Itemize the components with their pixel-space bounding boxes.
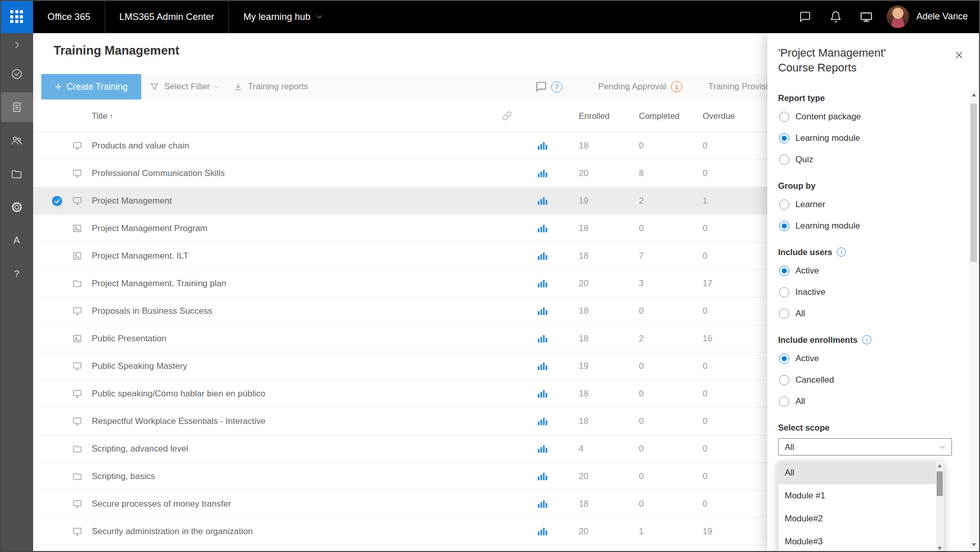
training-title-link[interactable]: Scripting, advanced level	[92, 444, 188, 454]
overdue-count: 0	[703, 499, 707, 509]
training-plan-icon	[72, 278, 83, 289]
radio-option[interactable]: Content package	[778, 106, 951, 128]
training-title-link[interactable]: Professional Communication Skills	[92, 168, 225, 179]
feedback-button[interactable]	[851, 0, 882, 33]
report-chart-icon[interactable]	[537, 168, 548, 179]
enrolled-count: 4	[579, 444, 583, 454]
training-title-link[interactable]: Products and value chain	[92, 141, 189, 151]
radio-icon	[779, 112, 789, 122]
chevron-down-icon	[213, 83, 220, 90]
radio-option[interactable]: All	[778, 303, 951, 324]
admin-center-link[interactable]: LMS365 Admin Center	[105, 0, 229, 33]
create-training-button[interactable]: + Create Training	[41, 74, 141, 99]
report-chart-icon[interactable]	[537, 498, 548, 510]
scope-option[interactable]: All	[779, 461, 936, 484]
report-chart-icon[interactable]	[537, 526, 548, 537]
overdue-count: 0	[703, 168, 707, 179]
dropdown-scrollbar[interactable]	[936, 461, 943, 552]
create-training-label: Create Training	[67, 82, 128, 92]
sidebar-item-course-catalog[interactable]	[0, 159, 33, 189]
pending-approval-tab[interactable]: Pending Approval 1	[598, 81, 682, 92]
radio-option[interactable]: All	[778, 391, 951, 412]
radio-option[interactable]: Active	[778, 260, 951, 282]
notifications-button[interactable]	[820, 0, 851, 33]
radio-option[interactable]: Learning module	[778, 128, 951, 149]
sidebar-item-training-management[interactable]	[0, 92, 33, 122]
training-title-link[interactable]: Public speaking/Cómo hablar bien en públ…	[92, 389, 265, 399]
sidebar-item-help[interactable]: ?	[0, 259, 33, 289]
training-title-link[interactable]: Security administration in the organizat…	[92, 526, 253, 537]
report-chart-icon[interactable]	[537, 388, 548, 399]
scope-select-dropdown[interactable]: All	[778, 438, 952, 456]
report-chart-icon[interactable]	[537, 250, 548, 262]
panel-scrollbar[interactable]	[970, 90, 977, 549]
scrollbar-thumb[interactable]	[970, 104, 977, 262]
report-chart-icon[interactable]	[537, 443, 548, 455]
scope-option[interactable]: Module #1	[779, 484, 936, 507]
program-icon	[72, 223, 83, 234]
radio-option[interactable]: Quiz	[778, 149, 951, 170]
training-title-link[interactable]: Project Management Program	[92, 223, 208, 234]
report-chart-icon[interactable]	[537, 333, 548, 344]
training-title-link[interactable]: Proposals in Business Success	[92, 306, 212, 316]
app-launcher-button[interactable]	[0, 0, 33, 33]
report-chart-icon[interactable]	[537, 416, 548, 427]
training-reports-label: Training reports	[248, 82, 308, 92]
report-chart-icon[interactable]	[537, 361, 548, 372]
language-icon: A	[13, 235, 20, 246]
user-avatar[interactable]	[887, 6, 909, 28]
training-title-link[interactable]: Public Speaking Mastery	[92, 361, 187, 371]
close-panel-button[interactable]	[952, 48, 966, 62]
info-icon[interactable]: i	[862, 335, 871, 344]
enrolled-count: 20	[579, 168, 588, 179]
comments-button[interactable]: 7	[535, 81, 562, 93]
sidebar-item-language[interactable]: A	[0, 225, 33, 255]
completed-count: 1	[639, 526, 643, 537]
info-icon[interactable]: i	[837, 247, 846, 257]
radio-option[interactable]: Learner	[778, 194, 951, 215]
sidebar-item-dashboard[interactable]	[0, 62, 33, 86]
training-title-link[interactable]: Project Management. ILT	[92, 251, 189, 261]
scrollbar-up-arrow[interactable]	[972, 93, 976, 96]
training-title-link[interactable]: Respectful Workplace Essentials - Intera…	[92, 416, 266, 426]
column-header-title[interactable]: Title↑	[92, 111, 113, 120]
scope-option[interactable]: Module#2	[779, 507, 936, 530]
training-title-link[interactable]: Public Presentation	[92, 334, 166, 344]
account-menu[interactable]: Adele Vance	[887, 6, 968, 28]
office-365-link[interactable]: Office 365	[33, 0, 105, 33]
training-reports-button[interactable]: Training reports	[234, 82, 311, 92]
select-filter-button[interactable]: Select Filter	[150, 82, 220, 92]
radio-label: Learner	[795, 199, 826, 210]
sidebar-item-settings[interactable]	[0, 192, 33, 222]
chat-button[interactable]	[790, 0, 820, 33]
scrollbar-down-arrow[interactable]	[972, 543, 976, 546]
report-chart-icon[interactable]	[537, 195, 548, 207]
report-chart-icon[interactable]	[537, 223, 548, 234]
radio-option[interactable]: Active	[778, 348, 951, 369]
report-chart-icon[interactable]	[537, 140, 548, 152]
sidebar-expand-button[interactable]	[0, 33, 33, 57]
radio-option[interactable]: Inactive	[778, 282, 951, 303]
scrollbar-up-arrow[interactable]	[938, 464, 942, 467]
selected-check-icon[interactable]	[51, 195, 63, 207]
report-chart-icon[interactable]	[537, 471, 548, 482]
sidebar-item-learners[interactable]	[0, 126, 33, 155]
scrollbar-down-arrow[interactable]	[938, 547, 942, 550]
training-title-link[interactable]: Secure processes of money transfer	[92, 499, 231, 509]
column-header-enrolled[interactable]: Enrolled	[579, 111, 610, 120]
report-chart-icon[interactable]	[537, 278, 548, 289]
report-chart-icon[interactable]	[537, 306, 548, 317]
training-title-link[interactable]: Project Management. Training plan	[92, 279, 226, 289]
radio-option[interactable]: Learning module	[778, 215, 951, 237]
training-title-link[interactable]: Project Management	[92, 196, 172, 206]
scope-option[interactable]: Module#3	[779, 530, 936, 552]
learning-hub-menu[interactable]: My learning hub	[229, 0, 338, 33]
completed-count: 2	[639, 196, 643, 206]
column-header-completed[interactable]: Completed	[639, 111, 680, 120]
training-title-link[interactable]: Scripting, basics	[92, 471, 155, 482]
training-plan-icon	[72, 471, 83, 482]
column-header-overdue[interactable]: Overdue	[703, 111, 735, 120]
radio-option[interactable]: Cancelled	[778, 369, 951, 391]
scrollbar-thumb[interactable]	[937, 471, 943, 496]
overdue-count: 16	[703, 334, 712, 344]
